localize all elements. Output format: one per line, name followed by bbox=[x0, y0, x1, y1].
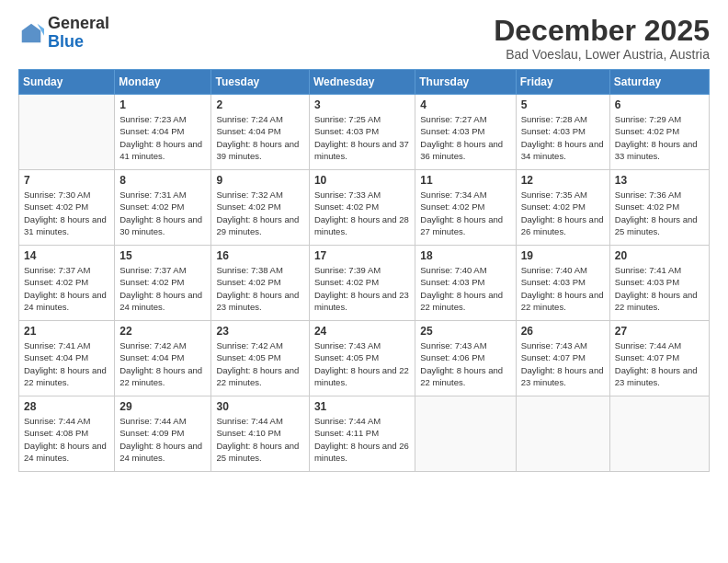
day-info: Sunrise: 7:43 AMSunset: 4:05 PMDaylight:… bbox=[314, 339, 410, 388]
calendar-cell: 23Sunrise: 7:42 AMSunset: 4:05 PMDayligh… bbox=[211, 321, 309, 396]
day-info: Sunrise: 7:40 AMSunset: 4:03 PMDaylight:… bbox=[420, 264, 510, 313]
calendar-cell: 28Sunrise: 7:44 AMSunset: 4:08 PMDayligh… bbox=[19, 396, 115, 472]
col-header-thursday: Thursday bbox=[415, 70, 516, 95]
day-info: Sunrise: 7:41 AMSunset: 4:04 PMDaylight:… bbox=[24, 339, 109, 388]
calendar-cell: 17Sunrise: 7:39 AMSunset: 4:02 PMDayligh… bbox=[309, 246, 415, 321]
calendar-cell: 26Sunrise: 7:43 AMSunset: 4:07 PMDayligh… bbox=[516, 321, 609, 396]
page-container: General Blue December 2025 Bad Voeslau, … bbox=[0, 0, 728, 481]
day-info: Sunrise: 7:32 AMSunset: 4:02 PMDaylight:… bbox=[216, 189, 303, 237]
day-number: 21 bbox=[24, 325, 109, 338]
day-number: 1 bbox=[119, 98, 206, 111]
calendar-cell: 22Sunrise: 7:42 AMSunset: 4:04 PMDayligh… bbox=[115, 321, 211, 396]
day-number: 19 bbox=[521, 249, 605, 262]
day-number: 12 bbox=[521, 174, 605, 187]
day-number: 17 bbox=[314, 249, 410, 262]
day-number: 5 bbox=[521, 98, 605, 111]
day-number: 27 bbox=[615, 325, 704, 338]
week-row-2: 7Sunrise: 7:30 AMSunset: 4:02 PMDaylight… bbox=[19, 170, 710, 246]
week-row-4: 21Sunrise: 7:41 AMSunset: 4:04 PMDayligh… bbox=[19, 321, 710, 396]
day-info: Sunrise: 7:43 AMSunset: 4:06 PMDaylight:… bbox=[420, 339, 510, 388]
logo-general-text: General bbox=[48, 14, 109, 32]
day-number: 6 bbox=[615, 98, 704, 111]
calendar-cell: 30Sunrise: 7:44 AMSunset: 4:10 PMDayligh… bbox=[211, 396, 309, 472]
calendar-cell: 13Sunrise: 7:36 AMSunset: 4:02 PMDayligh… bbox=[609, 170, 709, 246]
calendar-cell: 11Sunrise: 7:34 AMSunset: 4:02 PMDayligh… bbox=[415, 170, 516, 246]
day-info: Sunrise: 7:25 AMSunset: 4:03 PMDaylight:… bbox=[314, 113, 410, 162]
day-info: Sunrise: 7:43 AMSunset: 4:07 PMDaylight:… bbox=[521, 339, 605, 388]
day-info: Sunrise: 7:44 AMSunset: 4:09 PMDaylight:… bbox=[119, 415, 206, 464]
day-number: 30 bbox=[216, 400, 303, 413]
day-info: Sunrise: 7:28 AMSunset: 4:03 PMDaylight:… bbox=[521, 113, 605, 162]
col-header-saturday: Saturday bbox=[609, 70, 709, 95]
logo-blue-text: Blue bbox=[48, 32, 84, 51]
calendar-cell bbox=[609, 396, 709, 472]
calendar-cell: 29Sunrise: 7:44 AMSunset: 4:09 PMDayligh… bbox=[115, 396, 211, 472]
day-number: 16 bbox=[216, 249, 303, 262]
day-number: 23 bbox=[216, 325, 303, 338]
day-info: Sunrise: 7:44 AMSunset: 4:11 PMDaylight:… bbox=[314, 415, 410, 464]
day-info: Sunrise: 7:30 AMSunset: 4:02 PMDaylight:… bbox=[24, 189, 109, 237]
col-header-wednesday: Wednesday bbox=[309, 70, 415, 95]
day-info: Sunrise: 7:23 AMSunset: 4:04 PMDaylight:… bbox=[119, 113, 206, 162]
day-info: Sunrise: 7:42 AMSunset: 4:04 PMDaylight:… bbox=[119, 339, 206, 388]
title-block: December 2025 Bad Voeslau, Lower Austria… bbox=[494, 15, 710, 62]
calendar-cell: 19Sunrise: 7:40 AMSunset: 4:03 PMDayligh… bbox=[516, 246, 609, 321]
day-number: 10 bbox=[314, 174, 410, 187]
day-info: Sunrise: 7:36 AMSunset: 4:02 PMDaylight:… bbox=[615, 189, 704, 237]
day-number: 8 bbox=[119, 174, 206, 187]
col-header-friday: Friday bbox=[516, 70, 609, 95]
day-number: 7 bbox=[24, 174, 109, 187]
day-number: 2 bbox=[216, 98, 303, 111]
day-info: Sunrise: 7:33 AMSunset: 4:02 PMDaylight:… bbox=[314, 189, 410, 237]
day-number: 4 bbox=[420, 98, 510, 111]
day-info: Sunrise: 7:24 AMSunset: 4:04 PMDaylight:… bbox=[216, 113, 303, 162]
day-info: Sunrise: 7:34 AMSunset: 4:02 PMDaylight:… bbox=[420, 189, 510, 237]
day-info: Sunrise: 7:40 AMSunset: 4:03 PMDaylight:… bbox=[521, 264, 605, 313]
day-number: 15 bbox=[119, 249, 206, 262]
month-title: December 2025 bbox=[494, 15, 710, 47]
day-number: 22 bbox=[119, 325, 206, 338]
calendar-header-row: SundayMondayTuesdayWednesdayThursdayFrid… bbox=[19, 70, 710, 95]
header: General Blue December 2025 Bad Voeslau, … bbox=[18, 15, 710, 62]
day-number: 18 bbox=[420, 249, 510, 262]
calendar-cell: 9Sunrise: 7:32 AMSunset: 4:02 PMDaylight… bbox=[211, 170, 309, 246]
day-info: Sunrise: 7:35 AMSunset: 4:02 PMDaylight:… bbox=[521, 189, 605, 237]
day-number: 26 bbox=[521, 325, 605, 338]
calendar-cell: 20Sunrise: 7:41 AMSunset: 4:03 PMDayligh… bbox=[609, 246, 709, 321]
calendar-cell: 25Sunrise: 7:43 AMSunset: 4:06 PMDayligh… bbox=[415, 321, 516, 396]
calendar-cell: 21Sunrise: 7:41 AMSunset: 4:04 PMDayligh… bbox=[19, 321, 115, 396]
calendar-cell: 15Sunrise: 7:37 AMSunset: 4:02 PMDayligh… bbox=[115, 246, 211, 321]
day-number: 14 bbox=[24, 249, 109, 262]
day-info: Sunrise: 7:44 AMSunset: 4:08 PMDaylight:… bbox=[24, 415, 109, 464]
calendar-cell: 31Sunrise: 7:44 AMSunset: 4:11 PMDayligh… bbox=[309, 396, 415, 472]
day-number: 9 bbox=[216, 174, 303, 187]
calendar-cell: 16Sunrise: 7:38 AMSunset: 4:02 PMDayligh… bbox=[211, 246, 309, 321]
week-row-1: 1Sunrise: 7:23 AMSunset: 4:04 PMDaylight… bbox=[19, 95, 710, 170]
calendar-cell: 1Sunrise: 7:23 AMSunset: 4:04 PMDaylight… bbox=[115, 95, 211, 170]
day-info: Sunrise: 7:44 AMSunset: 4:07 PMDaylight:… bbox=[615, 339, 704, 388]
calendar-cell: 5Sunrise: 7:28 AMSunset: 4:03 PMDaylight… bbox=[516, 95, 609, 170]
day-info: Sunrise: 7:38 AMSunset: 4:02 PMDaylight:… bbox=[216, 264, 303, 313]
calendar-cell: 10Sunrise: 7:33 AMSunset: 4:02 PMDayligh… bbox=[309, 170, 415, 246]
day-number: 25 bbox=[420, 325, 510, 338]
day-info: Sunrise: 7:27 AMSunset: 4:03 PMDaylight:… bbox=[420, 113, 510, 162]
calendar-cell: 3Sunrise: 7:25 AMSunset: 4:03 PMDaylight… bbox=[309, 95, 415, 170]
location: Bad Voeslau, Lower Austria, Austria bbox=[494, 47, 710, 62]
day-number: 11 bbox=[420, 174, 510, 187]
day-number: 3 bbox=[314, 98, 410, 111]
col-header-sunday: Sunday bbox=[19, 70, 115, 95]
day-number: 24 bbox=[314, 325, 410, 338]
col-header-tuesday: Tuesday bbox=[211, 70, 309, 95]
calendar-cell bbox=[516, 396, 609, 472]
calendar-cell: 14Sunrise: 7:37 AMSunset: 4:02 PMDayligh… bbox=[19, 246, 115, 321]
day-info: Sunrise: 7:42 AMSunset: 4:05 PMDaylight:… bbox=[216, 339, 303, 388]
day-info: Sunrise: 7:39 AMSunset: 4:02 PMDaylight:… bbox=[314, 264, 410, 313]
calendar-cell: 27Sunrise: 7:44 AMSunset: 4:07 PMDayligh… bbox=[609, 321, 709, 396]
calendar-cell: 4Sunrise: 7:27 AMSunset: 4:03 PMDaylight… bbox=[415, 95, 516, 170]
calendar-cell bbox=[415, 396, 516, 472]
week-row-5: 28Sunrise: 7:44 AMSunset: 4:08 PMDayligh… bbox=[19, 396, 710, 472]
calendar-cell: 8Sunrise: 7:31 AMSunset: 4:02 PMDaylight… bbox=[115, 170, 211, 246]
day-info: Sunrise: 7:41 AMSunset: 4:03 PMDaylight:… bbox=[615, 264, 704, 313]
calendar-cell bbox=[19, 95, 115, 170]
svg-marker-0 bbox=[22, 24, 41, 43]
